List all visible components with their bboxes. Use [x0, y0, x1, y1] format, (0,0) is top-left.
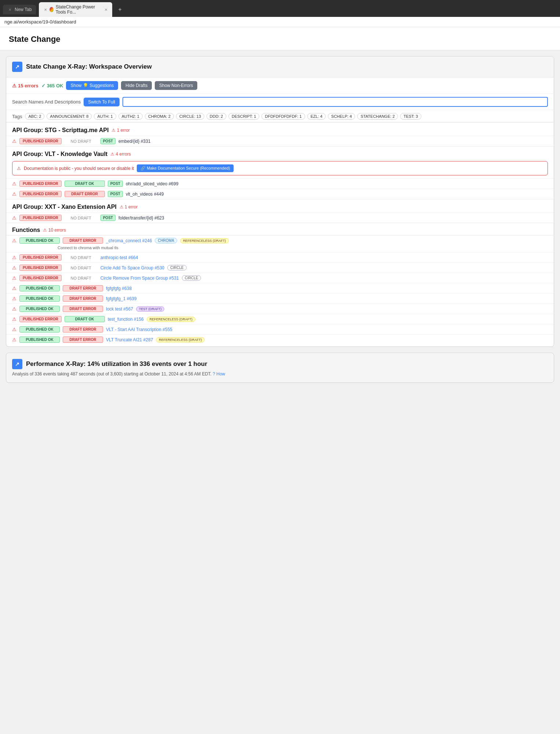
api-group-vlt-errors: ⚠ 4 errors: [110, 152, 131, 157]
tag-ezl[interactable]: EZL: 4: [307, 113, 326, 120]
pub-status-f9: PUBLISHED OK: [19, 326, 60, 333]
tag-test-f7[interactable]: TEST (DRAFT): [136, 306, 164, 312]
tag-referenceless-f10[interactable]: REFERENCELESS (DRAFT): [156, 337, 205, 342]
pub-status-f8: PUBLISHED ERROR: [19, 316, 62, 322]
vlt-warning-box: ⚠ Documentation is public - you should s…: [12, 161, 548, 175]
tag-referenceless-f1[interactable]: REFERENCELESS (DRAFT): [180, 238, 229, 243]
tag-chroma[interactable]: CHROMA: 2: [145, 113, 174, 120]
tag-descript[interactable]: DESCRIPT: 1: [228, 113, 260, 120]
error-count: ⚠ 15 errors: [12, 83, 39, 88]
tags-row: Tags ABC: 2 ANNOUNCEMENT: 8 AUTH: 1 AUTH…: [6, 110, 554, 122]
draft-status-f10: DRAFT ERROR: [63, 337, 103, 343]
search-input[interactable]: [122, 97, 548, 107]
endpoint-name-f7[interactable]: lock test #567: [106, 306, 133, 312]
function-row-5: ⚠ PUBLISHED OK DRAFT ERROR fgfgfgfg #638: [6, 283, 554, 293]
address-bar: nge.ai/workspace/19-0/dashboard: [0, 17, 560, 27]
show-non-errors-button[interactable]: Show Non-Errors: [155, 81, 197, 90]
warning-icon-f7: ⚠: [12, 306, 17, 312]
tag-auth[interactable]: AUTH: 1: [94, 113, 116, 120]
endpoint-name-f4[interactable]: Circle Remove From Space Group #531: [100, 276, 179, 281]
hide-drafts-button[interactable]: Hide Drafts: [121, 81, 152, 90]
new-tab-button[interactable]: +: [115, 5, 124, 14]
api-group-xxt: API Group: XXT - Xano Extension API ⚠ 1 …: [6, 199, 554, 223]
tab-favicon: [50, 7, 54, 12]
draft-status-stg1: NO DRAFT: [65, 139, 98, 143]
page-header: State Change: [0, 27, 560, 50]
function-endpoint-1: ⚠ PUBLISHED OK DRAFT ERROR _chroma_conne…: [6, 235, 554, 246]
tag-abc[interactable]: ABC: 2: [25, 113, 44, 120]
api-group-stg: API Group: STG - Scripttag.me API ⚠ 1 er…: [6, 122, 554, 146]
show-suggestions-button[interactable]: Show 💡 Suggestions: [66, 81, 118, 90]
tab-new[interactable]: ✕ New Tab: [3, 5, 36, 14]
tag-test[interactable]: TEST: 3: [400, 113, 421, 120]
error-triangle-icon: ⚠: [12, 83, 17, 88]
endpoint-name-vlt2[interactable]: vlt_oh_videos #449: [126, 192, 164, 197]
tag-ddd[interactable]: DDD: 2: [206, 113, 226, 120]
tab-label-new: New Tab: [15, 7, 32, 12]
tag-circle[interactable]: CIRCLE: 13: [176, 113, 204, 120]
api-group-vlt-header: API Group: VLT - Knowledge Vault ⚠ 4 err…: [6, 146, 554, 160]
tag-schelp[interactable]: SCHELP: 4: [328, 113, 355, 120]
draft-status-f5: DRAFT ERROR: [63, 285, 103, 291]
warning-icon-f2: ⚠: [12, 255, 17, 260]
switch-to-full-button[interactable]: Switch To Full: [84, 98, 120, 106]
tab-close-new[interactable]: ✕: [7, 7, 12, 12]
endpoint-name-vlt1[interactable]: ohr/add_sliced_video #699: [126, 181, 178, 186]
api-group-vlt: API Group: VLT - Knowledge Vault ⚠ 4 err…: [6, 146, 554, 199]
endpoint-name-f1[interactable]: _chroma_connect #246: [106, 238, 152, 243]
tag-circle-f3[interactable]: CIRCLE: [167, 265, 187, 270]
make-docs-secure-button[interactable]: 🔗 Make Documentation Secure (Recommended…: [137, 164, 234, 172]
method-badge-stg1: POST: [100, 138, 116, 144]
pub-status-f6: PUBLISHED OK: [19, 295, 60, 302]
tag-announcement[interactable]: ANNOUNCEMENT: 8: [47, 113, 92, 120]
endpoint-name-f6[interactable]: fgfgfgfg_1 #639: [106, 296, 136, 301]
endpoint-name-f9[interactable]: VLT - Start AAI Transcription #555: [106, 327, 172, 332]
api-group-xxt-errors: ⚠ 1 error: [120, 204, 138, 210]
how-link[interactable]: ? How: [213, 371, 225, 377]
performance-panel-desc: Analysis of 336 events taking 487 second…: [12, 371, 548, 377]
tag-dfdfd[interactable]: DFDFDFDFDFDF: 1: [261, 113, 305, 120]
tag-statechange[interactable]: STATECHANGE: 2: [357, 113, 398, 120]
tag-auth2[interactable]: AUTH2: 1: [118, 113, 143, 120]
function-row-1: ⚠ PUBLISHED OK DRAFT ERROR _chroma_conne…: [6, 235, 554, 252]
api-group-stg-header: API Group: STG - Scripttag.me API ⚠ 1 er…: [6, 122, 554, 136]
endpoint-name-stg1[interactable]: embed/{id} #331: [118, 139, 150, 144]
endpoint-name-f10[interactable]: VLT Truncate AI21 #287: [106, 337, 153, 342]
draft-status-vlt2: DRAFT ERROR: [65, 191, 105, 197]
api-group-stg-name: API Group: STG - Scripttag.me API: [12, 127, 109, 134]
check-circle-icon: ✓: [41, 83, 45, 88]
endpoint-name-xxt1[interactable]: folder/transfer/{id} #623: [118, 215, 164, 221]
search-row: Search Names And Descriptions Switch To …: [6, 94, 554, 110]
search-label: Search Names And Descriptions: [12, 99, 81, 105]
tab-active[interactable]: ✕ StateChange Power Tools Fo... ✕: [39, 2, 112, 17]
endpoint-name-f5[interactable]: fgfgfgfg #638: [106, 286, 132, 291]
warning-icon-f9: ⚠: [12, 327, 17, 332]
warning-text: Documentation is public - you should sec…: [24, 166, 134, 171]
url-display: nge.ai/workspace/19-0/dashboard: [4, 19, 76, 25]
tag-referenceless-f8[interactable]: REFERENCELESS (DRAFT): [147, 317, 195, 322]
pub-status-f4: PUBLISHED ERROR: [19, 275, 62, 281]
panel-title: State Change X-Ray: Workspace Overview: [26, 63, 152, 70]
pub-status-f3: PUBLISHED ERROR: [19, 265, 62, 271]
function-row-4: ⚠ PUBLISHED ERROR NO DRAFT Circle Remove…: [6, 273, 554, 283]
endpoint-name-f8[interactable]: test_function #156: [108, 317, 144, 322]
tag-circle-f4[interactable]: CIRCLE: [182, 275, 201, 281]
endpoint-name-f3[interactable]: Circle Add To Space Group #530: [100, 265, 165, 270]
ok-count: ✓ 365 OK: [41, 83, 63, 88]
performance-panel-icon: ↗: [12, 359, 22, 369]
endpoint-row-stg-1: ⚠ PUBLISHED ERROR NO DRAFT POST embed/{i…: [6, 136, 554, 146]
draft-status-f9: DRAFT ERROR: [63, 326, 103, 333]
tab-close-active[interactable]: ✕: [43, 7, 47, 12]
warning-icon-xxt1: ⚠: [12, 215, 17, 221]
function-row-6: ⚠ PUBLISHED OK DRAFT ERROR fgfgfgfg_1 #6…: [6, 293, 554, 304]
tab-close-icon[interactable]: ✕: [104, 7, 108, 12]
draft-status-f3: NO DRAFT: [65, 266, 98, 270]
function-row-10: ⚠ PUBLISHED OK DRAFT ERROR VLT Truncate …: [6, 334, 554, 346]
pub-status-f7: PUBLISHED OK: [19, 306, 60, 312]
endpoint-name-f2[interactable]: anthropic-test #664: [100, 255, 138, 260]
pub-status-f5: PUBLISHED OK: [19, 285, 60, 291]
tag-chroma-f1[interactable]: CHROMA: [155, 238, 177, 243]
warning-icon-f6: ⚠: [12, 296, 17, 301]
pub-status-stg1: PUBLISHED ERROR: [19, 138, 62, 144]
draft-status-xxt1: NO DRAFT: [65, 216, 98, 220]
